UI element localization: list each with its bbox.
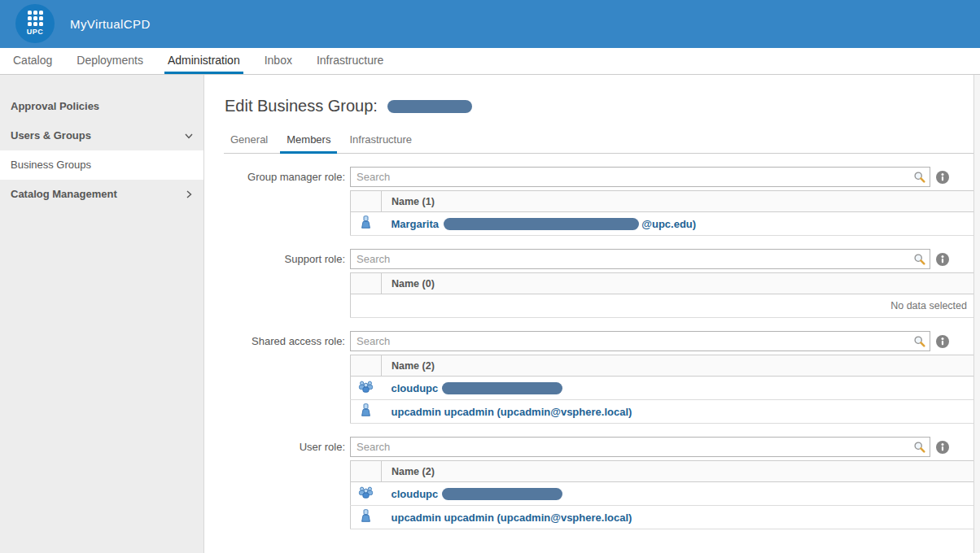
tab-infrastructure[interactable]: Infrastructure xyxy=(343,133,418,153)
table-row: upcadmin upcadmin (upcadmin@vsphere.loca… xyxy=(351,506,974,529)
nav-administration[interactable]: Administration xyxy=(168,48,240,74)
group-icon xyxy=(358,381,374,393)
redacted-text xyxy=(442,382,562,394)
group-icon xyxy=(358,486,374,499)
sidebar-item-business-groups[interactable]: Business Groups xyxy=(0,150,203,180)
member-link[interactable]: upcadmin upcadmin (upcadmin@vsphere.loca… xyxy=(382,512,632,524)
sidebar-item-label: Catalog Management xyxy=(11,188,117,200)
user-role-search-input[interactable] xyxy=(351,438,930,456)
support-search-input[interactable] xyxy=(351,250,930,268)
shared-access-search-input[interactable] xyxy=(351,332,930,351)
shared-access-role-section: Shared access role: xyxy=(205,331,973,424)
name-column-header: Name (0) xyxy=(382,273,974,294)
sidebar-item-label: Approval Policies xyxy=(11,100,99,112)
chevron-right-icon xyxy=(184,189,194,199)
support-role-section: Support role: xyxy=(205,249,973,318)
sidebar-item-users-groups[interactable]: Users & Groups xyxy=(0,121,203,150)
user-icon xyxy=(361,509,371,522)
main-nav: Catalog Deployments Administration Inbox… xyxy=(0,48,980,75)
member-name: cloudupc xyxy=(392,488,439,500)
tab-members[interactable]: Members xyxy=(280,133,337,153)
nav-deployments[interactable]: Deployments xyxy=(77,48,143,74)
support-search xyxy=(350,249,930,269)
table-row: cloudupc xyxy=(351,377,974,400)
member-link[interactable]: cloudupc xyxy=(382,382,562,394)
redacted-text xyxy=(442,488,562,500)
app-title: MyVirtualCPD xyxy=(70,0,151,48)
member-name: upcadmin upcadmin (upcadmin@vsphere.loca… xyxy=(392,512,632,524)
member-name: cloudupc xyxy=(392,382,439,394)
group-manager-search xyxy=(350,167,930,187)
search-icon[interactable] xyxy=(913,253,926,266)
redacted-text xyxy=(387,100,472,113)
sidebar: Approval Policies Users & Groups Busines… xyxy=(0,75,204,553)
member-link[interactable]: Margarita @upc.edu) xyxy=(382,218,697,230)
table-row: cloudupc xyxy=(351,482,974,506)
upc-logo-dots-icon xyxy=(28,11,43,26)
sidebar-item-label: Business Groups xyxy=(11,159,91,171)
name-column-header: Name (1) xyxy=(382,191,974,212)
user-role-table: Name (2) xyxy=(350,460,973,529)
member-name: Margarita xyxy=(392,218,440,230)
support-role-label: Support role: xyxy=(205,249,350,318)
table-row: upcadmin upcadmin (upcadmin@vsphere.loca… xyxy=(351,400,974,424)
scrollbar-track[interactable] xyxy=(973,75,980,553)
search-icon[interactable] xyxy=(913,171,926,184)
sidebar-item-label: Users & Groups xyxy=(11,129,91,142)
nav-inbox[interactable]: Inbox xyxy=(265,48,292,74)
icon-column-header xyxy=(351,355,382,377)
upc-logo: UPC xyxy=(15,4,55,43)
group-manager-table: Name (1) Margarita xyxy=(350,190,973,236)
page-title-text: Edit Business Group: xyxy=(225,97,378,115)
info-icon[interactable] xyxy=(936,335,949,348)
member-name-suffix: @upc.edu) xyxy=(641,218,696,230)
info-icon[interactable] xyxy=(936,253,949,266)
user-role-label: User role: xyxy=(205,437,350,529)
search-icon[interactable] xyxy=(913,335,926,348)
icon-column-header xyxy=(351,191,382,212)
name-column-header: Name (2) xyxy=(382,461,974,482)
member-link[interactable]: upcadmin upcadmin (upcadmin@vsphere.loca… xyxy=(382,406,632,418)
user-role-section: User role: xyxy=(205,437,973,529)
chevron-down-icon xyxy=(184,131,194,141)
content-panel: Edit Business Group: General Members Inf… xyxy=(205,75,973,553)
tab-general[interactable]: General xyxy=(224,133,274,153)
upc-logo-text: UPC xyxy=(27,28,44,36)
nav-infrastructure[interactable]: Infrastructure xyxy=(317,48,383,74)
page-title: Edit Business Group: xyxy=(225,97,973,115)
member-link[interactable]: cloudupc xyxy=(382,488,562,500)
info-icon[interactable] xyxy=(936,171,949,184)
shared-access-role-label: Shared access role: xyxy=(205,331,350,424)
empty-state-text: No data selected xyxy=(351,294,974,318)
icon-column-header xyxy=(351,461,382,482)
detail-tabs: General Members Infrastructure xyxy=(224,132,973,154)
nav-catalog[interactable]: Catalog xyxy=(13,48,52,74)
app-header: UPC MyVirtualCPD xyxy=(0,0,980,48)
user-icon xyxy=(361,403,371,416)
user-role-search xyxy=(350,437,930,457)
search-icon[interactable] xyxy=(913,441,926,454)
shared-access-search xyxy=(350,331,930,351)
group-manager-role-section: Group manager role: xyxy=(205,167,973,236)
shared-access-table: Name (2) xyxy=(350,355,973,424)
member-name: upcadmin upcadmin (upcadmin@vsphere.loca… xyxy=(392,406,632,418)
group-manager-role-label: Group manager role: xyxy=(205,167,350,236)
group-manager-search-input[interactable] xyxy=(351,168,930,186)
user-icon xyxy=(361,216,371,229)
table-row-empty: No data selected xyxy=(351,294,974,318)
support-table: Name (0) No data selected xyxy=(350,272,973,318)
icon-column-header xyxy=(351,273,382,294)
table-row: Margarita @upc.edu) xyxy=(351,212,974,236)
redacted-text xyxy=(444,218,639,230)
name-column-header: Name (2) xyxy=(382,355,974,377)
sidebar-item-catalog-management[interactable]: Catalog Management xyxy=(0,180,203,209)
info-icon[interactable] xyxy=(936,441,949,454)
sidebar-item-approval-policies[interactable]: Approval Policies xyxy=(0,92,203,121)
